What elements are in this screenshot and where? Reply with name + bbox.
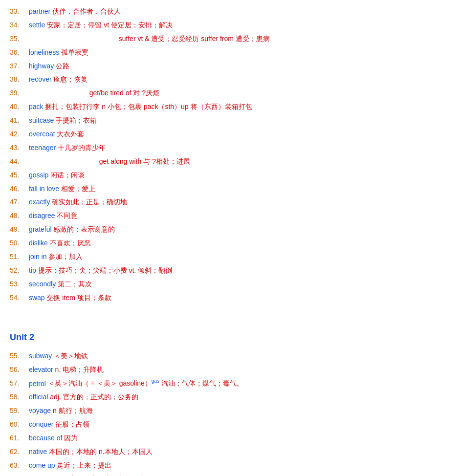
item-english: dislike xyxy=(29,239,48,247)
list-item: 62. native 本国的；本地的 n.本地人；本国人 xyxy=(10,445,452,459)
list-item: 58. official adj. 官方的；正式的；公务的 xyxy=(10,390,452,404)
item-english: loneliness xyxy=(29,48,59,56)
list-item: 52. tip 提示；技巧；尖；尖端；小费 vt. 倾斜；翻倒 xyxy=(10,264,452,278)
item-chinese: 感激的；表示谢意的 xyxy=(53,225,115,233)
item-number: 47. xyxy=(10,196,27,209)
vocab-list: 33. partner 伙伴．合作者．合伙人 34. settle 安家；定居；… xyxy=(10,5,452,476)
item-english: overcoat xyxy=(29,130,55,138)
list-item: 57. petrol ＜英＞汽油（ = ＜美＞ gasoline）gas 汽油；… xyxy=(10,377,452,391)
list-item: 50. dislike 不喜欢；厌恶 xyxy=(10,237,452,250)
item-number: 63. xyxy=(10,459,27,472)
item-english: highway xyxy=(29,62,54,70)
item-chinese: 孤单寂寞 xyxy=(61,48,88,56)
item-number: 36. xyxy=(10,46,27,59)
item-chinese: 相爱；爱上 xyxy=(61,185,95,193)
list-item: 40. pack 捆扎；包装打行李 n 小包；包裹 pack（sth）up 将（… xyxy=(10,100,452,114)
unit1-section: 33. partner 伙伴．合作者．合伙人 34. settle 安家；定居；… xyxy=(10,5,452,305)
list-item: 33. partner 伙伴．合作者．合伙人 xyxy=(10,5,452,19)
item-english: elevator xyxy=(29,366,53,373)
item-chinese: 本国的；本地的 n.本地人；本国人 xyxy=(49,448,153,455)
item-english: official xyxy=(29,393,48,401)
item-english: tip xyxy=(29,266,36,274)
item-chinese: n. 电梯；升降机 xyxy=(55,366,104,373)
list-item: 45. gossip 闲话；闲谈 xyxy=(10,169,452,182)
list-item: 42. overcoat 大衣外套 xyxy=(10,128,452,141)
item-chinese: 提示；技巧；尖；尖端；小费 vt. 倾斜；翻倒 xyxy=(38,266,173,274)
list-item: 39. get/be tired of 对 ?厌烦 xyxy=(10,87,452,100)
list-item: 41. suitcase 手提箱；衣箱 xyxy=(10,114,452,128)
item-number: 48. xyxy=(10,210,27,222)
item-english: swap xyxy=(29,294,45,302)
item-english: pack xyxy=(29,103,44,110)
item-chinese: 征服；占领 xyxy=(55,420,89,428)
item-number: 58. xyxy=(10,391,27,404)
item-english: secondly xyxy=(29,280,56,288)
list-item: 49. grateful 感激的；表示谢意的 xyxy=(10,223,452,237)
item-number: 53. xyxy=(10,278,27,291)
item-english: native xyxy=(29,448,47,455)
item-english: because of xyxy=(29,434,63,442)
item-chinese: get/be tired of 对 ?厌烦 xyxy=(89,89,159,97)
list-item: 44. get along with 与 ?相处；进展 xyxy=(10,155,452,169)
item-number: 55. xyxy=(10,350,27,363)
item-english: voyage xyxy=(29,407,51,414)
item-chinese: 安家；定居；停留 vt 使定居；安排；解决 xyxy=(47,21,173,29)
item-english: grateful xyxy=(29,225,52,233)
item-number: 54. xyxy=(10,292,27,304)
item-chinese: 捆扎；包装打行李 n 小包；包裹 pack（sth）up 将（东西）装箱打包 xyxy=(45,103,252,110)
list-item: 37. highway 公路 xyxy=(10,60,452,73)
item-chinese: 十几岁的青少年 xyxy=(58,144,106,151)
list-item: 55. subway ＜美＞地铁 xyxy=(10,349,452,363)
item-number: 59. xyxy=(10,405,27,417)
list-item: 35. suffer vt & 遭受；忍受经历 suffer from 遭受；患… xyxy=(10,32,452,46)
item-english: subway xyxy=(29,352,52,360)
list-item: 64. apartme nt ＜美＞公寓住宅；单元住宅 xyxy=(10,473,452,476)
item-chinese: 公路 xyxy=(56,62,69,70)
item-chinese: 参加；加入 xyxy=(48,253,83,260)
item-english: suitcase xyxy=(29,116,54,124)
list-item: 34. settle 安家；定居；停留 vt 使定居；安排；解决 xyxy=(10,19,452,32)
list-item: 46. fall in love 相爱；爱上 xyxy=(10,182,452,196)
spacer xyxy=(10,310,452,315)
item-chinese: n 航行；航海 xyxy=(53,407,93,414)
item-number: 52. xyxy=(10,264,27,277)
superscript: gas xyxy=(152,379,159,384)
item-number: 41. xyxy=(10,114,27,127)
item-chinese: 痊愈；恢复 xyxy=(53,75,88,83)
item-number: 39. xyxy=(10,87,27,100)
item-number: 57. xyxy=(10,377,27,390)
item-number: 60. xyxy=(10,418,27,431)
item-english: fall in love xyxy=(29,185,59,193)
item-english: recover xyxy=(29,75,52,83)
item-number: 62. xyxy=(10,446,27,458)
item-number: 35. xyxy=(10,33,27,45)
list-item: 48. disagree 不同意 xyxy=(10,209,452,223)
list-item: 56. elevator n. 电梯；升降机 xyxy=(10,363,452,377)
item-number: 51. xyxy=(10,251,27,263)
item-chinese: 大衣外套 xyxy=(57,130,84,138)
list-item: 51. join in 参加；加入 xyxy=(10,250,452,264)
item-english: come up xyxy=(29,461,55,469)
item-english: gossip xyxy=(29,171,48,179)
item-english: join in xyxy=(29,253,47,260)
unit2-header: Unit 2 xyxy=(10,325,452,346)
item-chinese: ＜英＞汽油（ = ＜美＞ gasoline）gas 汽油；气体；煤气；毒气。 xyxy=(48,379,243,387)
item-chinese: ＜美＞地铁 xyxy=(54,352,88,360)
item-chinese: get along with 与 ?相处；进展 xyxy=(99,157,190,165)
item-chinese: 闲话；闲谈 xyxy=(50,171,85,179)
list-item: 54. swap 交换 item 项目；条款 xyxy=(10,291,452,305)
list-item: 63. come up 走近；上来；提出 xyxy=(10,459,452,473)
item-chinese: adj. 官方的；正式的；公务的 xyxy=(50,393,138,401)
item-number: 37. xyxy=(10,60,27,73)
list-item: 59. voyage n 航行；航海 xyxy=(10,404,452,418)
item-number: 49. xyxy=(10,223,27,236)
list-item: 36. loneliness 孤单寂寞 xyxy=(10,46,452,60)
item-chinese: 因为 xyxy=(64,434,78,442)
list-item: 47. exactly 确实如此；正是；确切地 xyxy=(10,195,452,209)
unit2-section: 55. subway ＜美＞地铁 56. elevator n. 电梯；升降机 … xyxy=(10,349,452,476)
item-english: settle xyxy=(29,21,45,29)
list-item: 61. because of 因为 xyxy=(10,432,452,445)
item-english: exactly xyxy=(29,198,50,206)
list-item: 60. conquer 征服；占领 xyxy=(10,418,452,432)
item-english: petrol xyxy=(29,379,46,387)
